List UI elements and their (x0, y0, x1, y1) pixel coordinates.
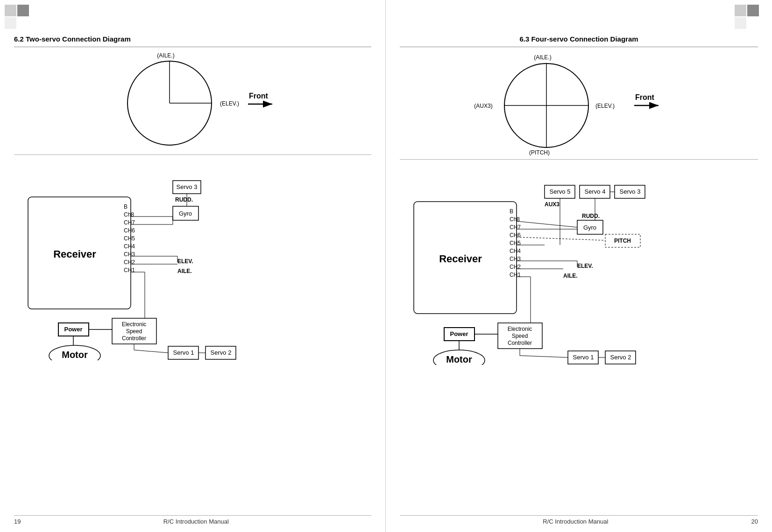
svg-text:CH2: CH2 (124, 259, 135, 266)
motor-label-left: Motor (62, 350, 88, 360)
svg-text:CH6: CH6 (124, 227, 135, 234)
esc-line1-right: Electronic (508, 326, 532, 332)
svg-rect-39 (735, 5, 746, 16)
page-number-left: 19 (14, 518, 21, 525)
svg-rect-0 (5, 5, 16, 16)
esc-line3-left: Controller (122, 335, 146, 342)
svg-text:CH1: CH1 (510, 272, 521, 278)
svg-rect-2 (5, 17, 16, 29)
servo1-label-right: Servo 1 (573, 354, 594, 361)
elev-label-right: (ELEV.) (595, 103, 615, 109)
front-label-left: Front (249, 92, 269, 100)
servo5-label-right: Servo 5 (550, 188, 571, 195)
right-page-footer: R/C Introduction Manual 20 (400, 515, 758, 525)
aile-label-left: (AILE.) (157, 52, 174, 59)
svg-text:CH6: CH6 (510, 232, 521, 238)
servo2-label-left: Servo 2 (211, 349, 232, 356)
svg-text:CH5: CH5 (510, 240, 521, 246)
section-title-right: 6.3 Four-servo Connection Diagram (400, 35, 758, 43)
aile-label-right: (AILE.) (534, 54, 551, 61)
servo3-label-left: Servo 3 (177, 183, 198, 190)
svg-text:CH1: CH1 (124, 267, 135, 273)
servo3-label-right: Servo 3 (620, 188, 641, 195)
left-page: 6.2 Two-servo Connection Diagram (AILE.)… (0, 0, 386, 532)
svg-text:CH4: CH4 (510, 248, 521, 254)
four-servo-connection-svg: Receiver B Ch8 CH7 CH6 CH5 CH4 CH3 CH2 C… (400, 164, 769, 365)
svg-text:CH7: CH7 (124, 219, 135, 226)
two-servo-circle-svg: (AILE.) (ELEV.) Front (76, 52, 310, 154)
two-servo-circle-area: (AILE.) (ELEV.) Front (14, 52, 371, 154)
power-label-left: Power (64, 326, 82, 333)
elev-label-r2: ELEV. (577, 263, 593, 269)
svg-text:CH7: CH7 (510, 224, 521, 231)
two-servo-connection-area: Receiver B Ch8 CH7 CH6 CH5 CH4 CH3 CH2 C… (14, 160, 371, 360)
servo2-label-right: Servo 2 (610, 354, 631, 361)
svg-line-68 (517, 237, 605, 240)
four-servo-connection-area: Receiver B Ch8 CH7 CH6 CH5 CH4 CH3 CH2 C… (400, 164, 758, 365)
svg-text:CH3: CH3 (124, 251, 135, 258)
rudd-label-right: RUDD. (582, 213, 600, 219)
page-number-right: 20 (751, 518, 758, 525)
rudd-label-left: RUDD. (175, 196, 193, 203)
aile-label-l2: AILE. (177, 268, 192, 274)
svg-rect-1 (17, 5, 29, 16)
svg-line-61 (517, 221, 577, 227)
gyro-label-right: Gyro (583, 224, 596, 231)
svg-text:Ch8: Ch8 (124, 211, 134, 218)
svg-text:B: B (510, 208, 513, 215)
two-servo-connection-svg: Receiver B Ch8 CH7 CH6 CH5 CH4 CH3 CH2 C… (14, 160, 369, 360)
svg-rect-40 (747, 5, 759, 16)
esc-line3-right: Controller (508, 340, 532, 346)
motor-label-right: Motor (446, 354, 472, 364)
servo4-label-right: Servo 4 (585, 188, 606, 195)
corner-decoration-right (732, 2, 770, 32)
aux3-label-top: (AUX3) (474, 103, 492, 109)
gyro-label-left: Gyro (179, 210, 192, 217)
corner-decoration-left (2, 2, 40, 32)
svg-text:CH5: CH5 (124, 235, 135, 242)
aux3-label-right: AUX3 (545, 201, 560, 208)
svg-line-37 (134, 350, 168, 353)
left-page-footer: 19 R/C Introduction Manual (14, 515, 371, 525)
elev-label-left: (ELEV.) (220, 100, 239, 107)
svg-line-82 (520, 356, 568, 357)
svg-text:B: B (124, 203, 127, 210)
servo1-label-left: Servo 1 (173, 349, 194, 356)
esc-line1-left: Electronic (122, 321, 147, 328)
four-servo-circle-area: (AILE.) (AUX3) (ELEV.) (PITCH) Front (400, 52, 758, 159)
svg-rect-41 (735, 17, 746, 29)
svg-text:CH4: CH4 (124, 243, 135, 250)
esc-line2-right: Speed (512, 333, 528, 339)
receiver-label-right: Receiver (439, 253, 482, 265)
footer-center-right: R/C Introduction Manual (543, 518, 608, 525)
esc-line2-left: Speed (126, 328, 142, 335)
pitch-label-right: PITCH (614, 238, 631, 244)
svg-text:CH2: CH2 (510, 264, 521, 270)
power-label-right: Power (450, 330, 468, 337)
footer-center-left: R/C Introduction Manual (163, 518, 229, 525)
aile-label-r2: AILE. (563, 273, 578, 279)
front-label-right: Front (635, 93, 655, 101)
svg-text:CH3: CH3 (510, 256, 521, 262)
elev-label-l2: ELEV. (177, 258, 193, 265)
pitch-label: (PITCH) (529, 149, 550, 156)
section-title-left: 6.2 Two-servo Connection Diagram (14, 35, 371, 43)
four-servo-circle-svg: (AILE.) (AUX3) (ELEV.) (PITCH) Front (439, 52, 719, 159)
receiver-label-left: Receiver (53, 248, 96, 260)
right-page: 6.3 Four-servo Connection Diagram (AILE.… (386, 0, 772, 532)
